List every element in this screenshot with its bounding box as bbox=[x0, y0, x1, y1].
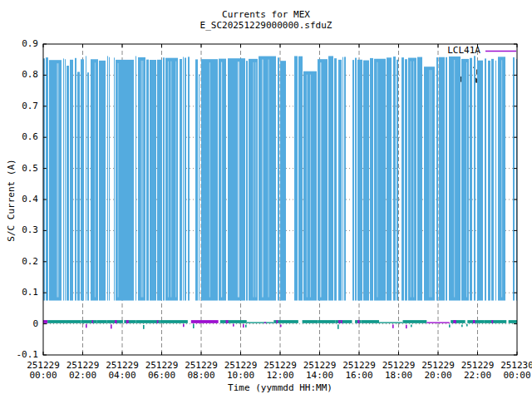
y-tick-label: -0.1 bbox=[0, 350, 38, 360]
y-tick-label: 0.8 bbox=[0, 70, 38, 80]
chart-title: Currents for MEX bbox=[0, 10, 532, 20]
y-tick-label: 0.1 bbox=[0, 288, 38, 298]
plot-area bbox=[0, 0, 532, 399]
y-tick-label: 0.4 bbox=[0, 195, 38, 204]
y-tick-label: 0.5 bbox=[0, 164, 38, 174]
y-tick-label: 0.6 bbox=[0, 132, 38, 142]
y-tick-label: 0.9 bbox=[0, 39, 38, 49]
y-tick-label: 0.2 bbox=[0, 257, 38, 267]
chart-subtitle: E_SC20251229000000.sfduZ bbox=[0, 21, 532, 31]
x-axis-label: Time (yymmdd HH:MM) bbox=[43, 382, 517, 393]
legend-entry-lcl41a: LCL41A bbox=[447, 46, 480, 56]
y-tick-label: 0 bbox=[0, 319, 38, 329]
y-tick-label: 0.7 bbox=[0, 101, 38, 111]
gnuplot-chart: Currents for MEX E_SC20251229000000.sfdu… bbox=[0, 0, 532, 399]
y-tick-label: 0.3 bbox=[0, 225, 38, 235]
x-tick-label: 251230 00:00 bbox=[494, 361, 532, 381]
